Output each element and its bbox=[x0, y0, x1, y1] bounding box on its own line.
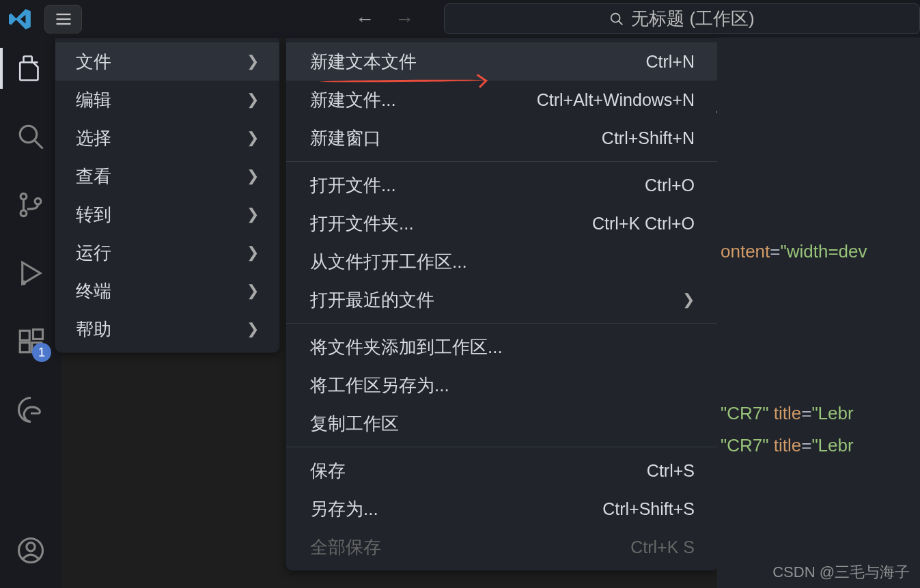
svg-point-16 bbox=[27, 543, 35, 551]
chevron-right-icon: ❯ bbox=[247, 53, 259, 70]
code-token: = bbox=[801, 435, 811, 456]
shortcut-label: Ctrl+Shift+N bbox=[602, 128, 695, 148]
search-icon bbox=[609, 12, 624, 27]
svg-point-3 bbox=[611, 13, 620, 22]
menu-edit-label: 编辑 bbox=[76, 88, 111, 112]
duplicate-workspace[interactable]: 复制工作区 bbox=[286, 404, 719, 443]
new-file[interactable]: 新建文件...Ctrl+Alt+Windows+N bbox=[286, 81, 719, 119]
shortcut-label: Ctrl+K Ctrl+O bbox=[592, 214, 695, 234]
edge-icon[interactable] bbox=[14, 393, 48, 427]
code-token: "Lebr bbox=[811, 403, 853, 423]
menu-view[interactable]: 查看❯ bbox=[55, 157, 279, 195]
svg-rect-12 bbox=[20, 343, 29, 352]
extensions-icon[interactable]: 1 bbox=[14, 324, 48, 359]
chevron-right-icon: ❯ bbox=[247, 320, 259, 338]
watermark: CSDN @三毛与海子 bbox=[772, 562, 910, 583]
vscode-logo-icon bbox=[0, 0, 41, 38]
code-token: "width=dev bbox=[780, 241, 867, 262]
save-all: 全部保存Ctrl+K S bbox=[286, 528, 719, 566]
separator bbox=[286, 323, 719, 324]
command-center-text: 无标题 (工作区) bbox=[631, 7, 755, 31]
save-as[interactable]: 另存为...Ctrl+Shift+S bbox=[286, 490, 719, 528]
run-debug-icon[interactable] bbox=[14, 256, 48, 290]
new-window[interactable]: 新建窗口Ctrl+Shift+N bbox=[286, 119, 719, 157]
open-folder[interactable]: 打开文件夹...Ctrl+K Ctrl+O bbox=[286, 204, 719, 242]
file-submenu: 新建文本文件Ctrl+N 新建文件...Ctrl+Alt+Windows+N 新… bbox=[285, 38, 719, 571]
svg-point-10 bbox=[21, 281, 26, 285]
svg-line-6 bbox=[34, 140, 42, 148]
menu-help-label: 帮助 bbox=[76, 318, 111, 341]
hamburger-menu-button[interactable] bbox=[44, 5, 82, 33]
svg-rect-14 bbox=[33, 330, 43, 339]
svg-line-4 bbox=[619, 20, 623, 25]
svg-rect-11 bbox=[20, 331, 29, 340]
save-workspace-as[interactable]: 将工作区另存为... bbox=[286, 366, 719, 404]
menu-view-label: 查看 bbox=[76, 165, 111, 188]
open-file[interactable]: 打开文件...Ctrl+O bbox=[286, 166, 719, 204]
save-label: 保存 bbox=[310, 459, 346, 483]
shortcut-label: Ctrl+S bbox=[647, 461, 695, 481]
menu-file[interactable]: 文件❯ bbox=[55, 42, 279, 81]
open-folder-label: 打开文件夹... bbox=[310, 212, 414, 236]
search-activity-icon[interactable] bbox=[14, 120, 48, 154]
svg-point-5 bbox=[20, 126, 37, 143]
menu-file-label: 文件 bbox=[76, 50, 111, 74]
code-token: title bbox=[774, 403, 801, 423]
new-file-label: 新建文件... bbox=[310, 88, 396, 112]
menu-go-label: 转到 bbox=[76, 203, 111, 227]
code-token: = bbox=[801, 403, 811, 423]
shortcut-label: Ctrl+Alt+Windows+N bbox=[537, 90, 695, 110]
shortcut-label: Ctrl+N bbox=[645, 52, 695, 72]
open-workspace-from-file[interactable]: 从文件打开工作区... bbox=[286, 242, 719, 281]
nav-back-icon[interactable]: ← bbox=[355, 8, 374, 30]
source-control-icon[interactable] bbox=[14, 188, 48, 222]
accounts-icon[interactable] bbox=[14, 533, 48, 568]
save-as-label: 另存为... bbox=[310, 497, 378, 521]
open-workspace-label: 从文件打开工作区... bbox=[310, 250, 467, 274]
activity-bar: 1 bbox=[0, 38, 61, 588]
svg-point-9 bbox=[35, 198, 41, 204]
new-window-label: 新建窗口 bbox=[310, 126, 381, 150]
menu-edit[interactable]: 编辑❯ bbox=[55, 81, 279, 119]
menu-run[interactable]: 运行❯ bbox=[55, 234, 279, 272]
code-token: title bbox=[774, 435, 801, 456]
chevron-right-icon: ❯ bbox=[247, 167, 259, 185]
code-token: "CR7" bbox=[721, 403, 768, 423]
code-token: "Lebr bbox=[811, 435, 853, 456]
menu-terminal-label: 终端 bbox=[76, 279, 111, 303]
shortcut-label: Ctrl+Shift+S bbox=[602, 499, 695, 519]
chevron-right-icon: ❯ bbox=[247, 282, 259, 300]
save-all-label: 全部保存 bbox=[310, 535, 381, 559]
explorer-icon[interactable] bbox=[14, 51, 48, 85]
new-text-file-label: 新建文本文件 bbox=[310, 50, 417, 74]
duplicate-workspace-label: 复制工作区 bbox=[310, 412, 399, 436]
menu-help[interactable]: 帮助❯ bbox=[55, 310, 279, 348]
extensions-badge: 1 bbox=[32, 343, 51, 362]
shortcut-label: Ctrl+O bbox=[645, 176, 695, 195]
save[interactable]: 保存Ctrl+S bbox=[286, 451, 719, 490]
chevron-right-icon: ❯ bbox=[247, 244, 259, 262]
menu-run-label: 运行 bbox=[76, 241, 111, 265]
nav-forward-icon: → bbox=[395, 8, 414, 30]
menu-terminal[interactable]: 终端❯ bbox=[55, 272, 279, 310]
add-folder-label: 将文件夹添加到工作区... bbox=[310, 335, 503, 359]
command-center[interactable]: 无标题 (工作区) bbox=[444, 3, 920, 34]
add-folder-to-workspace[interactable]: 将文件夹添加到工作区... bbox=[286, 328, 719, 366]
editor-area[interactable]: ontent="width=dev "CR7" title="Lebr "CR7… bbox=[717, 38, 920, 588]
code-token: = bbox=[770, 241, 780, 262]
separator bbox=[286, 161, 719, 162]
chevron-right-icon: ❯ bbox=[247, 91, 259, 109]
new-text-file[interactable]: 新建文本文件Ctrl+N bbox=[286, 42, 719, 81]
nav-arrows: ← → bbox=[355, 8, 414, 30]
chevron-right-icon: ❯ bbox=[247, 206, 259, 223]
svg-point-7 bbox=[20, 193, 27, 199]
chevron-right-icon: ❯ bbox=[247, 129, 259, 147]
title-bar: ← → 无标题 (工作区) bbox=[0, 0, 920, 38]
menu-selection[interactable]: 选择❯ bbox=[55, 119, 279, 157]
menu-selection-label: 选择 bbox=[76, 126, 111, 150]
save-workspace-label: 将工作区另存为... bbox=[310, 374, 449, 397]
shortcut-label: Ctrl+K S bbox=[630, 537, 695, 557]
open-file-label: 打开文件... bbox=[310, 173, 396, 197]
open-recent[interactable]: 打开最近的文件❯ bbox=[286, 281, 719, 319]
menu-go[interactable]: 转到❯ bbox=[55, 195, 279, 234]
